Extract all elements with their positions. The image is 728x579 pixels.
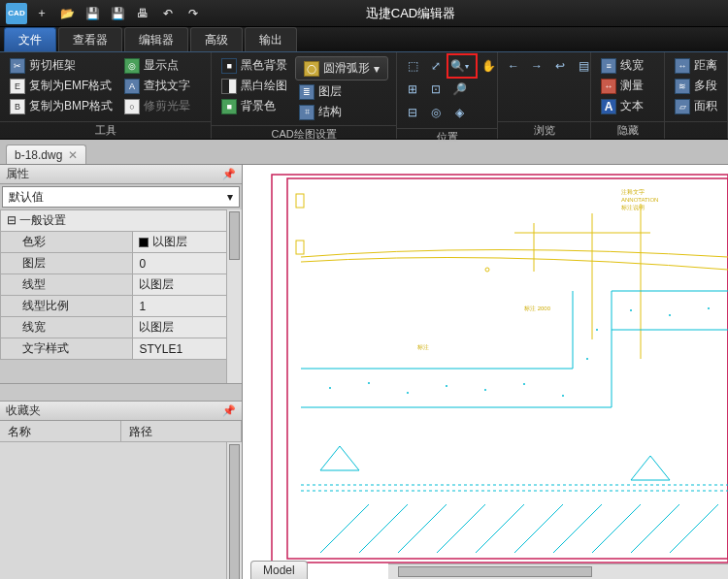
app-logo[interactable]: CAD [6,3,27,24]
svg-line-39 [476,504,524,553]
bg-color-label: 背景色 [241,98,276,114]
zoom-all-button[interactable]: ◈ [449,103,469,122]
smooth-arc-button[interactable]: ◯圆滑弧形▾ [295,56,388,80]
pin-icon[interactable]: 📌 [222,168,236,180]
prop-val[interactable]: 以图层 [133,317,242,338]
nav-right-button[interactable]: → [527,56,546,76]
layer-button[interactable]: ≣图层 [295,82,388,101]
quick-access-toolbar: CAD ＋ 📂 💾 💾 🖶 ↶ ↷ [0,0,210,26]
favorites-col-name[interactable]: 名称 [0,421,121,441]
dropdown-icon: ▾ [374,62,380,76]
svg-point-11 [485,268,489,272]
area-button[interactable]: ▱面积 [671,97,721,115]
properties-default-combo[interactable]: 默认值 ▾ [2,186,240,208]
ribbon: ✂剪切框架 E复制为EMF格式 B复制为BMP格式 ◎显示点 A查找文字 ○修剪… [0,52,728,140]
svg-point-30 [630,309,632,311]
tab-editor[interactable]: 编辑器 [124,27,188,51]
qat-print-button[interactable]: 🖶 [132,3,153,24]
prop-val[interactable]: 1 [133,296,242,317]
scrollbar-thumb[interactable] [398,566,592,577]
qat-save-button[interactable]: 💾 [82,3,103,24]
qat-undo-button[interactable]: ↶ [157,3,179,24]
pin-icon[interactable]: 📌 [222,404,236,417]
properties-grid[interactable]: ⊟ 一般设置 色彩以图层 图层0 线型以图层 线型比例1 线宽以图层 文字样式S… [0,209,242,384]
nav-left-button[interactable]: ← [504,56,523,76]
svg-line-41 [553,504,602,553]
black-bg-label: 黑色背景 [241,57,287,74]
multi-label: 多段 [694,78,717,94]
tab-output[interactable]: 输出 [245,27,297,51]
measure-button[interactable]: ↔测量 [597,77,647,95]
zoom-window-button[interactable]: ⬚ [403,56,422,76]
nav-back-button[interactable]: ↩ [550,56,570,76]
properties-scrollbar[interactable] [226,209,242,383]
text-tool-button[interactable]: A文本 [597,97,647,115]
ribbon-panel-position: ⬚ ⤢ 🔍▾ ⊞ ⊡ 🔎 ⊟ ◎ ◈ ✋ 位置 [397,52,498,139]
scrollbar-thumb[interactable] [229,211,240,260]
table-row[interactable]: 文字样式STYLE1 [1,338,242,360]
table-row[interactable]: 线型比例1 [1,296,242,317]
find-text-button[interactable]: A查找文字 [120,77,194,95]
prop-val[interactable]: 以图层 [133,274,242,296]
zoom-in-button[interactable]: 🔍▾ [449,56,469,76]
distance-button[interactable]: ↔距离 [671,56,721,75]
copy-bmp-button[interactable]: B复制为BMP格式 [6,97,116,115]
favorites-body[interactable] [0,442,242,579]
prop-val[interactable]: STYLE1 [133,338,242,360]
show-point-button[interactable]: ◎显示点 [120,56,194,75]
qat-saveall-button[interactable]: 💾 [107,3,128,24]
copy-emf-button[interactable]: E复制为EMF格式 [6,77,116,95]
document-tab[interactable]: b-18.dwg ✕ [6,145,86,164]
qat-new-button[interactable]: ＋ [31,3,52,24]
document-tab-row: b-18.dwg ✕ [0,140,728,165]
bw-draw-label: 黑白绘图 [241,78,287,94]
table-row[interactable]: 线型以图层 [1,274,242,296]
bw-draw-button[interactable]: 黑白绘图 [217,77,291,95]
svg-point-32 [708,307,710,309]
chevron-down-icon: ▾ [227,190,233,204]
tab-viewer[interactable]: 查看器 [58,27,122,51]
zoom-selected-button[interactable]: ⊡ [426,80,446,99]
zoom-prev-button[interactable]: ⊟ [403,103,422,122]
zoom-realtime-button[interactable]: ⊞ [403,80,422,99]
scrollbar-thumb[interactable] [229,444,240,579]
prop-val[interactable]: 以图层 [133,232,242,253]
multi-button[interactable]: ≋多段 [671,77,721,95]
nav-list-button[interactable]: ▤ [574,56,593,76]
zoom-extents-button[interactable]: ⤢ [426,56,446,76]
svg-line-43 [631,504,679,553]
favorites-panel-header[interactable]: 收藏夹 📌 [0,402,242,421]
trim-halo-button[interactable]: ○修剪光晕 [120,97,194,115]
ribbon-panel-position-label: 位置 [397,128,497,145]
trim-halo-label: 修剪光晕 [144,98,190,114]
tab-file[interactable]: 文件 [4,27,56,51]
zoom-center-button[interactable]: ◎ [426,103,446,122]
properties-panel-header[interactable]: 属性 📌 [0,165,242,184]
qat-open-button[interactable]: 📂 [56,3,78,24]
favorites-columns: 名称 路径 [0,421,242,442]
tab-advanced[interactable]: 高级 [190,27,243,51]
table-row[interactable]: 色彩以图层 [1,232,242,253]
struct-button[interactable]: ⌗结构 [295,103,388,121]
close-icon[interactable]: ✕ [68,148,78,162]
drawing-canvas[interactable]: 注释文字 ANNOTATION 标注说明 标注 2000 标注 [243,165,728,579]
svg-point-23 [407,392,409,394]
favorites-col-path[interactable]: 路径 [121,421,243,441]
document-tab-label: b-18.dwg [15,148,62,162]
table-row[interactable]: 图层0 [1,253,242,274]
table-row[interactable]: 线宽以图层 [1,317,242,338]
favorites-scrollbar[interactable] [226,442,242,579]
crop-frame-button[interactable]: ✂剪切框架 [6,56,116,75]
properties-title: 属性 [6,166,29,182]
bg-color-button[interactable]: ■背景色 [217,97,291,115]
black-bg-button[interactable]: ■黑色背景 [217,56,291,75]
canvas-horizontal-scrollbar[interactable] [388,563,728,579]
prop-key: 色彩 [1,232,133,253]
linewidth-button[interactable]: ≡线宽 [597,56,647,75]
prop-group-general[interactable]: ⊟ 一般设置 [1,210,242,232]
pan-button[interactable]: ✋ [479,56,498,76]
canvas-tab-model[interactable]: Model [250,561,308,579]
zoom-out-button[interactable]: 🔎 [449,80,469,99]
qat-redo-button[interactable]: ↷ [182,3,204,24]
prop-val[interactable]: 0 [133,253,242,274]
